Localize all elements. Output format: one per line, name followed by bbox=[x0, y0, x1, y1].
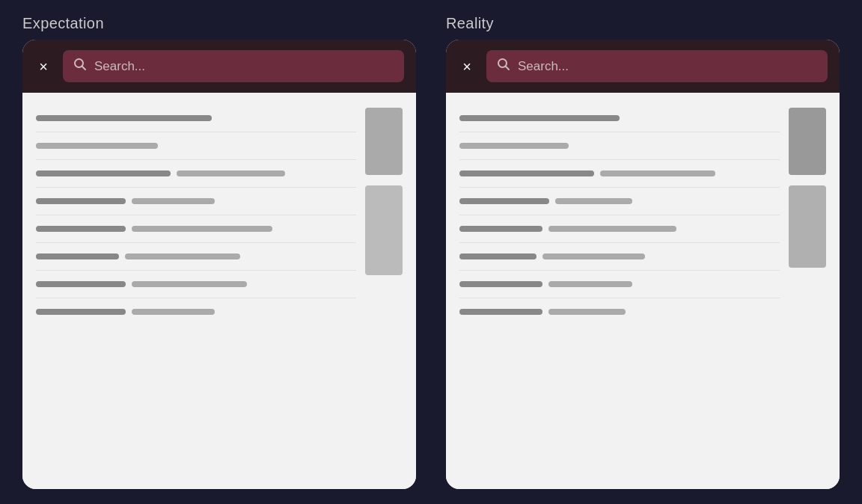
expectation-search-input[interactable]: Search... bbox=[63, 50, 404, 82]
list-line bbox=[36, 143, 158, 149]
list-line bbox=[36, 170, 171, 176]
list-line bbox=[459, 309, 542, 315]
list-line bbox=[132, 226, 272, 232]
expectation-search-placeholder: Search... bbox=[94, 59, 145, 74]
list-item bbox=[36, 188, 356, 215]
list-line bbox=[542, 253, 645, 259]
reality-close-button[interactable]: × bbox=[458, 59, 476, 74]
list-item-row bbox=[36, 253, 356, 259]
list-item bbox=[36, 160, 356, 188]
list-line bbox=[36, 309, 126, 315]
list-item-row bbox=[36, 226, 356, 232]
list-item bbox=[459, 160, 780, 188]
list-item-row bbox=[459, 198, 780, 204]
list-item-row bbox=[459, 170, 780, 176]
list-item-row bbox=[36, 198, 356, 204]
reality-search-bar: × Search... bbox=[446, 40, 840, 93]
list-line bbox=[600, 170, 715, 176]
list-item-row bbox=[36, 281, 356, 287]
reality-list-area bbox=[446, 93, 840, 489]
list-item bbox=[36, 271, 356, 298]
list-line bbox=[132, 198, 215, 204]
list-item-row bbox=[36, 309, 356, 315]
scroll-thumb-top[interactable] bbox=[789, 108, 826, 175]
list-item bbox=[36, 132, 356, 160]
list-line bbox=[459, 170, 594, 176]
list-item-row bbox=[459, 253, 780, 259]
reality-mockup: × Search... bbox=[446, 40, 840, 489]
list-item bbox=[36, 215, 356, 243]
list-item-row bbox=[459, 309, 780, 315]
list-line bbox=[36, 198, 126, 204]
expectation-search-bar: × Search... bbox=[22, 40, 416, 93]
list-item bbox=[459, 132, 780, 160]
list-item bbox=[459, 105, 780, 132]
reality-list bbox=[459, 105, 780, 477]
reality-search-placeholder: Search... bbox=[518, 59, 569, 74]
list-line bbox=[36, 226, 126, 232]
list-item bbox=[36, 298, 356, 325]
expectation-section: Expectation × Search... bbox=[22, 15, 416, 489]
list-item-row bbox=[459, 226, 780, 232]
expectation-list-area bbox=[22, 93, 416, 489]
reality-search-icon bbox=[497, 58, 510, 75]
scroll-thumb-top[interactable] bbox=[365, 108, 403, 175]
reality-label: Reality bbox=[446, 15, 840, 32]
reality-section: Reality × Search... bbox=[446, 15, 840, 489]
list-item bbox=[459, 271, 780, 298]
reality-scrollbar bbox=[789, 105, 826, 477]
scroll-thumb-bottom[interactable] bbox=[365, 185, 403, 275]
list-item bbox=[459, 298, 780, 325]
list-line bbox=[555, 198, 632, 204]
list-line bbox=[459, 115, 620, 121]
list-item-row bbox=[36, 170, 356, 176]
svg-line-1 bbox=[82, 67, 86, 70]
list-line bbox=[548, 309, 626, 315]
list-line bbox=[36, 281, 126, 287]
expectation-label: Expectation bbox=[22, 15, 416, 32]
list-line bbox=[459, 281, 542, 287]
list-item bbox=[459, 243, 780, 271]
reality-search-input[interactable]: Search... bbox=[486, 50, 828, 82]
list-line bbox=[36, 115, 212, 121]
list-line bbox=[548, 281, 632, 287]
expectation-list bbox=[36, 105, 356, 477]
list-line bbox=[132, 309, 215, 315]
list-line bbox=[459, 198, 549, 204]
expectation-mockup: × Search... bbox=[22, 40, 416, 489]
expectation-scrollbar bbox=[365, 105, 403, 477]
scroll-thumb-bottom[interactable] bbox=[789, 185, 826, 268]
list-line bbox=[459, 143, 569, 149]
expectation-close-button[interactable]: × bbox=[34, 59, 52, 74]
list-item bbox=[36, 243, 356, 271]
list-line bbox=[548, 226, 676, 232]
svg-line-3 bbox=[506, 67, 510, 70]
list-line bbox=[125, 253, 240, 259]
list-item-row bbox=[459, 281, 780, 287]
list-item bbox=[459, 188, 780, 215]
list-item bbox=[36, 105, 356, 132]
list-line bbox=[36, 253, 119, 259]
list-line bbox=[459, 253, 537, 259]
list-line bbox=[459, 226, 542, 232]
list-item bbox=[459, 215, 780, 243]
expectation-search-icon bbox=[73, 58, 87, 75]
list-line bbox=[177, 170, 286, 176]
list-line bbox=[132, 281, 247, 287]
